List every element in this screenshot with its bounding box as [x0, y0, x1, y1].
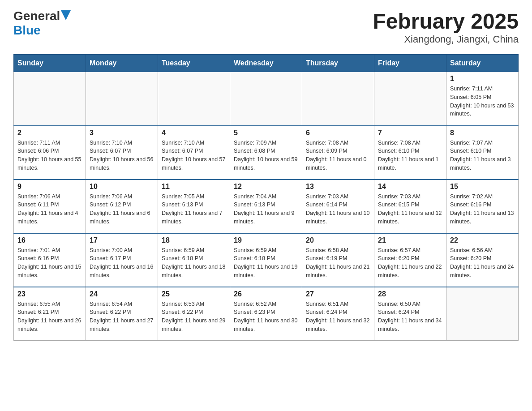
calendar-header-row: SundayMondayTuesdayWednesdayThursdayFrid…	[14, 55, 519, 72]
day-info: Sunrise: 7:02 AMSunset: 6:16 PMDaylight:…	[450, 193, 515, 226]
calendar-cell: 16Sunrise: 7:01 AMSunset: 6:16 PMDayligh…	[14, 233, 86, 287]
calendar-week-row: 16Sunrise: 7:01 AMSunset: 6:16 PMDayligh…	[14, 233, 519, 287]
day-number: 21	[378, 236, 442, 244]
calendar-table: SundayMondayTuesdayWednesdayThursdayFrid…	[13, 54, 519, 341]
day-number: 20	[306, 236, 370, 244]
calendar-cell: 8Sunrise: 7:07 AMSunset: 6:10 PMDaylight…	[446, 126, 519, 180]
day-header-thursday: Thursday	[302, 55, 374, 72]
day-number: 4	[162, 129, 226, 137]
day-number: 3	[90, 129, 154, 137]
month-title: February 2025	[373, 9, 519, 34]
page-header: General Blue February 2025 Xiangdong, Ji…	[13, 9, 519, 45]
day-info: Sunrise: 7:01 AMSunset: 6:16 PMDaylight:…	[17, 246, 82, 280]
day-info: Sunrise: 7:11 AMSunset: 6:05 PMDaylight:…	[450, 85, 515, 118]
calendar-cell: 26Sunrise: 6:52 AMSunset: 6:23 PMDayligh…	[230, 287, 302, 341]
day-header-saturday: Saturday	[446, 55, 519, 72]
day-number: 11	[162, 183, 226, 191]
calendar-cell: 1Sunrise: 7:11 AMSunset: 6:05 PMDaylight…	[446, 72, 519, 126]
calendar-cell	[158, 72, 230, 126]
day-number: 6	[306, 129, 370, 137]
day-number: 28	[378, 290, 442, 298]
day-info: Sunrise: 7:09 AMSunset: 6:08 PMDaylight:…	[234, 139, 298, 172]
calendar-cell: 17Sunrise: 7:00 AMSunset: 6:17 PMDayligh…	[86, 233, 158, 287]
day-number: 19	[234, 236, 298, 244]
day-number: 13	[306, 183, 370, 191]
logo-general-text: General	[13, 9, 60, 23]
day-header-monday: Monday	[86, 55, 158, 72]
day-info: Sunrise: 6:58 AMSunset: 6:19 PMDaylight:…	[306, 246, 370, 280]
day-number: 8	[450, 129, 515, 137]
calendar-cell: 24Sunrise: 6:54 AMSunset: 6:22 PMDayligh…	[86, 287, 158, 341]
day-info: Sunrise: 7:03 AMSunset: 6:15 PMDaylight:…	[378, 193, 442, 226]
day-header-sunday: Sunday	[14, 55, 86, 72]
day-info: Sunrise: 7:06 AMSunset: 6:12 PMDaylight:…	[90, 193, 154, 226]
day-number: 18	[162, 236, 226, 244]
day-number: 9	[17, 183, 82, 191]
day-info: Sunrise: 7:10 AMSunset: 6:07 PMDaylight:…	[162, 139, 226, 172]
day-number: 15	[450, 183, 515, 191]
day-info: Sunrise: 6:59 AMSunset: 6:18 PMDaylight:…	[162, 246, 226, 280]
calendar-cell: 7Sunrise: 7:08 AMSunset: 6:10 PMDaylight…	[374, 126, 446, 180]
day-info: Sunrise: 7:03 AMSunset: 6:14 PMDaylight:…	[306, 193, 370, 226]
day-number: 12	[234, 183, 298, 191]
day-number: 10	[90, 183, 154, 191]
svg-marker-0	[61, 10, 71, 20]
day-info: Sunrise: 7:08 AMSunset: 6:09 PMDaylight:…	[306, 139, 370, 172]
day-number: 1	[450, 75, 515, 83]
day-info: Sunrise: 6:56 AMSunset: 6:20 PMDaylight:…	[450, 246, 515, 280]
calendar-cell	[230, 72, 302, 126]
day-header-friday: Friday	[374, 55, 446, 72]
day-number: 22	[450, 236, 515, 244]
calendar-cell: 15Sunrise: 7:02 AMSunset: 6:16 PMDayligh…	[446, 180, 519, 233]
calendar-cell: 4Sunrise: 7:10 AMSunset: 6:07 PMDaylight…	[158, 126, 230, 180]
location: Xiangdong, Jiangxi, China	[373, 34, 519, 45]
logo-blue-text: Blue	[13, 23, 41, 38]
day-number: 24	[90, 290, 154, 298]
calendar-cell: 22Sunrise: 6:56 AMSunset: 6:20 PMDayligh…	[446, 233, 519, 287]
day-info: Sunrise: 7:06 AMSunset: 6:11 PMDaylight:…	[17, 193, 82, 226]
day-info: Sunrise: 6:50 AMSunset: 6:24 PMDaylight:…	[378, 300, 442, 334]
calendar-week-row: 1Sunrise: 7:11 AMSunset: 6:05 PMDaylight…	[14, 72, 519, 126]
calendar-cell	[86, 72, 158, 126]
calendar-week-row: 23Sunrise: 6:55 AMSunset: 6:21 PMDayligh…	[14, 287, 519, 341]
calendar-cell: 5Sunrise: 7:09 AMSunset: 6:08 PMDaylight…	[230, 126, 302, 180]
day-header-tuesday: Tuesday	[158, 55, 230, 72]
day-number: 23	[17, 290, 82, 298]
calendar-cell: 20Sunrise: 6:58 AMSunset: 6:19 PMDayligh…	[302, 233, 374, 287]
day-number: 25	[162, 290, 226, 298]
day-number: 16	[17, 236, 82, 244]
calendar-cell	[446, 287, 519, 341]
day-info: Sunrise: 7:11 AMSunset: 6:06 PMDaylight:…	[17, 139, 82, 172]
day-info: Sunrise: 6:57 AMSunset: 6:20 PMDaylight:…	[378, 246, 442, 280]
day-number: 17	[90, 236, 154, 244]
calendar-cell: 18Sunrise: 6:59 AMSunset: 6:18 PMDayligh…	[158, 233, 230, 287]
calendar-cell: 11Sunrise: 7:05 AMSunset: 6:13 PMDayligh…	[158, 180, 230, 233]
day-header-wednesday: Wednesday	[230, 55, 302, 72]
calendar-cell: 3Sunrise: 7:10 AMSunset: 6:07 PMDaylight…	[86, 126, 158, 180]
calendar-cell: 12Sunrise: 7:04 AMSunset: 6:13 PMDayligh…	[230, 180, 302, 233]
day-info: Sunrise: 7:07 AMSunset: 6:10 PMDaylight:…	[450, 139, 515, 172]
calendar-cell: 2Sunrise: 7:11 AMSunset: 6:06 PMDaylight…	[14, 126, 86, 180]
day-info: Sunrise: 7:08 AMSunset: 6:10 PMDaylight:…	[378, 139, 442, 172]
calendar-cell	[14, 72, 86, 126]
day-number: 7	[378, 129, 442, 137]
day-info: Sunrise: 6:54 AMSunset: 6:22 PMDaylight:…	[90, 300, 154, 334]
calendar-cell: 21Sunrise: 6:57 AMSunset: 6:20 PMDayligh…	[374, 233, 446, 287]
day-info: Sunrise: 6:53 AMSunset: 6:22 PMDaylight:…	[162, 300, 226, 334]
day-number: 27	[306, 290, 370, 298]
calendar-cell: 23Sunrise: 6:55 AMSunset: 6:21 PMDayligh…	[14, 287, 86, 341]
day-info: Sunrise: 7:00 AMSunset: 6:17 PMDaylight:…	[90, 246, 154, 280]
day-info: Sunrise: 7:10 AMSunset: 6:07 PMDaylight:…	[90, 139, 154, 172]
calendar-cell: 28Sunrise: 6:50 AMSunset: 6:24 PMDayligh…	[374, 287, 446, 341]
calendar-cell: 25Sunrise: 6:53 AMSunset: 6:22 PMDayligh…	[158, 287, 230, 341]
day-number: 5	[234, 129, 298, 137]
calendar-cell: 6Sunrise: 7:08 AMSunset: 6:09 PMDaylight…	[302, 126, 374, 180]
day-info: Sunrise: 6:52 AMSunset: 6:23 PMDaylight:…	[234, 300, 298, 334]
day-number: 2	[17, 129, 82, 137]
day-info: Sunrise: 7:05 AMSunset: 6:13 PMDaylight:…	[162, 193, 226, 226]
calendar-cell: 13Sunrise: 7:03 AMSunset: 6:14 PMDayligh…	[302, 180, 374, 233]
day-info: Sunrise: 7:04 AMSunset: 6:13 PMDaylight:…	[234, 193, 298, 226]
calendar-cell	[302, 72, 374, 126]
calendar-cell: 9Sunrise: 7:06 AMSunset: 6:11 PMDaylight…	[14, 180, 86, 233]
calendar-week-row: 9Sunrise: 7:06 AMSunset: 6:11 PMDaylight…	[14, 180, 519, 233]
